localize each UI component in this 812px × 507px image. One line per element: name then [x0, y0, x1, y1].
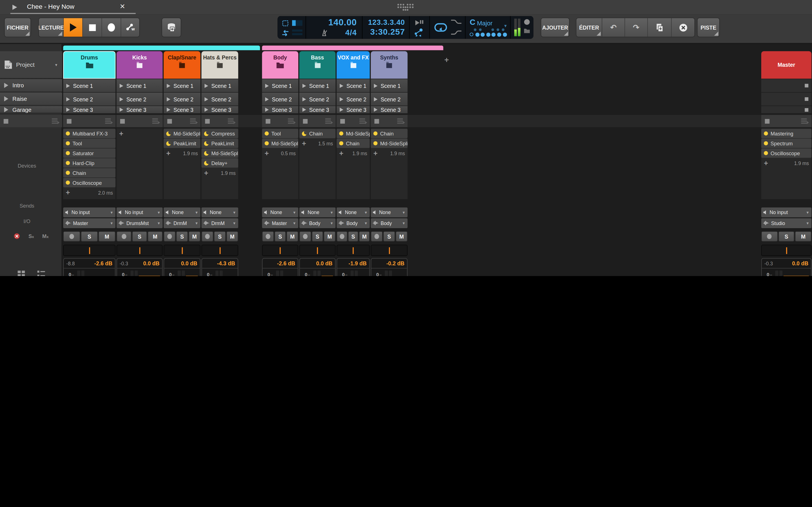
- solo-button[interactable]: S: [81, 231, 98, 242]
- record-arm-button[interactable]: [371, 231, 383, 242]
- record-arm-button[interactable]: [201, 231, 213, 242]
- pan-control[interactable]: [337, 245, 370, 256]
- clip-slot-hats-percs-3[interactable]: Scene 3: [201, 106, 238, 114]
- clip-play-icon[interactable]: [265, 108, 269, 112]
- master-scene-slot[interactable]: [761, 106, 811, 114]
- track-menu-icon[interactable]: [801, 119, 808, 124]
- undo-icon[interactable]: ↶: [602, 18, 625, 37]
- input-select[interactable]: None▼: [163, 208, 200, 217]
- grid-view-icon[interactable]: [17, 271, 26, 276]
- clip-play-icon[interactable]: [205, 83, 208, 88]
- device-chain[interactable]: Chain: [371, 129, 407, 138]
- device-mastering[interactable]: Mastering: [761, 129, 811, 138]
- device-bypassed-icon[interactable]: [204, 141, 209, 146]
- play-menu-button[interactable]: LECTURE: [39, 18, 64, 37]
- clip-play-icon[interactable]: [119, 97, 123, 101]
- clip-play-icon[interactable]: [119, 108, 123, 112]
- input-select[interactable]: None▼: [201, 208, 238, 217]
- global-record-off-icon[interactable]: [13, 233, 20, 240]
- device-hard-clip[interactable]: Hard-Clip: [63, 158, 116, 168]
- track-menu-icon[interactable]: [325, 119, 332, 124]
- solo-button[interactable]: S: [214, 231, 226, 242]
- record-indicator-icon[interactable]: [524, 19, 530, 25]
- track-header-master[interactable]: Master: [761, 51, 811, 78]
- pan-control[interactable]: [262, 245, 298, 256]
- master-scene-slot[interactable]: [761, 79, 811, 92]
- clip-play-icon[interactable]: [340, 97, 343, 101]
- global-solo-off-icon[interactable]: Sx: [29, 233, 34, 239]
- device-on-icon[interactable]: [339, 131, 343, 136]
- clip-slot-vox-and-fx-3[interactable]: Scene 3: [337, 106, 370, 114]
- save-button[interactable]: [161, 17, 181, 37]
- device-md-sidespli[interactable]: Md-SideSpli: [337, 129, 370, 138]
- device-chain[interactable]: Chain: [299, 129, 336, 138]
- volume-fader[interactable]: [783, 276, 809, 276]
- track-menu-icon[interactable]: [228, 119, 235, 124]
- volume-readout[interactable]: 0.0 dB: [143, 260, 160, 267]
- redo-icon[interactable]: ↷: [625, 18, 648, 37]
- time-signature[interactable]: 4/4: [345, 28, 357, 37]
- clip-play-icon[interactable]: [340, 83, 343, 88]
- device-bypassed-icon[interactable]: [302, 131, 307, 136]
- add-device-button[interactable]: +: [204, 169, 208, 177]
- add-device-button[interactable]: +: [339, 150, 343, 157]
- clip-slot-hats-percs-1[interactable]: Scene 1: [201, 79, 238, 92]
- volume-readout[interactable]: -2.6 dB: [94, 260, 112, 267]
- device-md-sidespli[interactable]: Md-SideSpli: [163, 129, 200, 138]
- mute-button[interactable]: M: [287, 231, 298, 242]
- stop-clip-icon[interactable]: [805, 108, 808, 112]
- solo-button[interactable]: S: [312, 231, 323, 242]
- clip-play-icon[interactable]: [374, 97, 377, 101]
- clip-play-icon[interactable]: [303, 108, 306, 112]
- device-on-icon[interactable]: [66, 151, 70, 155]
- automation-write-icon[interactable]: w: [121, 18, 139, 37]
- position-display[interactable]: 123.3.3.40 3:30.257: [363, 16, 409, 39]
- input-select[interactable]: No input▼: [761, 208, 811, 217]
- play-button[interactable]: [64, 18, 83, 37]
- solo-button[interactable]: S: [383, 231, 395, 242]
- tempo-display[interactable]: 140.00 4/4: [306, 16, 362, 39]
- clip-play-icon[interactable]: [340, 108, 343, 112]
- clip-play-icon[interactable]: [66, 108, 70, 112]
- input-select[interactable]: No input▼: [116, 208, 162, 217]
- track-header-vox-and-fx[interactable]: VOX and FX: [337, 51, 370, 78]
- clip-slot-bass-1[interactable]: Scene 1: [299, 79, 336, 92]
- add-device-button[interactable]: +: [302, 140, 306, 147]
- track-menu-icon[interactable]: [152, 119, 159, 124]
- pan-control[interactable]: [201, 245, 238, 256]
- input-select[interactable]: None▼: [371, 208, 407, 217]
- mute-button[interactable]: M: [396, 231, 407, 242]
- track-menu-icon[interactable]: [359, 119, 366, 124]
- device-oscilloscope[interactable]: Oscilloscope: [63, 178, 116, 187]
- project-selector[interactable]: Project ▼: [0, 51, 62, 78]
- track-menu-icon[interactable]: [190, 119, 197, 124]
- device-oscilloscope[interactable]: Oscilloscope: [761, 149, 811, 158]
- device-bypassed-icon[interactable]: [204, 161, 209, 165]
- device-on-icon[interactable]: [265, 131, 269, 136]
- device-bypassed-icon[interactable]: [166, 131, 171, 136]
- clip-slot-synths-1[interactable]: Scene 1: [371, 79, 407, 92]
- device-spectrum[interactable]: Spectrum: [761, 138, 811, 148]
- track-menu-icon[interactable]: [105, 119, 112, 124]
- device-on-icon[interactable]: [764, 151, 768, 155]
- clip-play-icon[interactable]: [374, 83, 377, 88]
- track-header-body[interactable]: Body: [262, 51, 298, 78]
- file-menu-button[interactable]: FICHIER: [4, 17, 31, 37]
- device-bypassed-icon[interactable]: [166, 141, 171, 146]
- scene-row-raise[interactable]: Raise: [0, 93, 62, 106]
- output-select[interactable]: Master▼: [262, 218, 298, 228]
- volume-readout[interactable]: -1.9 dB: [349, 260, 366, 267]
- close-project-icon[interactable]: ✕: [119, 3, 125, 10]
- device-on-icon[interactable]: [66, 180, 70, 185]
- device-peaklimit[interactable]: PeakLimit: [163, 138, 200, 148]
- solo-button[interactable]: S: [176, 231, 188, 242]
- add-device-button[interactable]: +: [265, 150, 269, 157]
- clip-slot-clap-snare-2[interactable]: Scene 2: [163, 93, 200, 106]
- clip-play-icon[interactable]: [374, 108, 377, 112]
- record-arm-button[interactable]: [163, 231, 175, 242]
- record-arm-button[interactable]: [63, 231, 80, 242]
- input-select[interactable]: None▼: [299, 208, 336, 217]
- clip-slot-drums-1[interactable]: Scene 1: [63, 79, 116, 92]
- global-mute-off-icon[interactable]: Mx: [42, 233, 49, 239]
- stop-clips-icon[interactable]: [167, 119, 172, 124]
